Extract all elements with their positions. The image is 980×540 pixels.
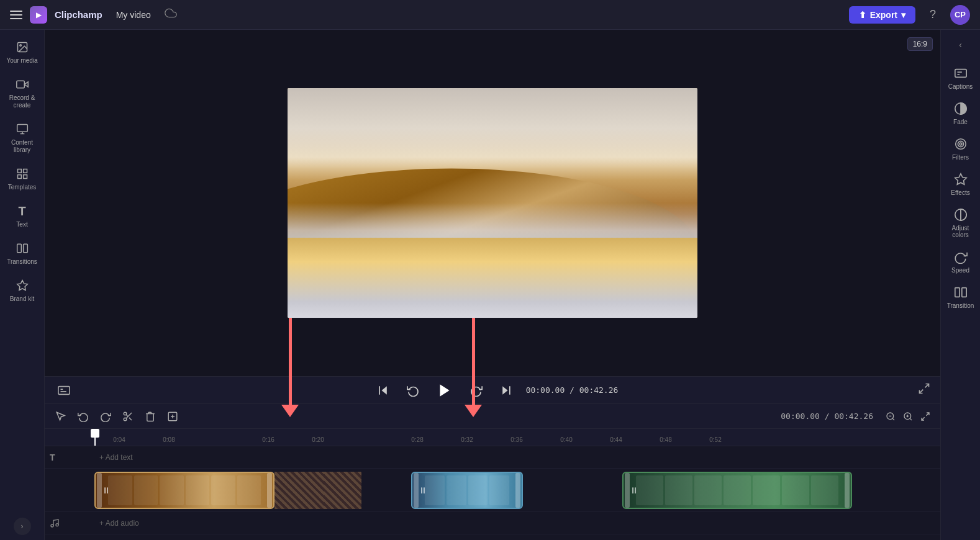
record-icon bbox=[15, 77, 30, 92]
help-button[interactable]: ? bbox=[923, 5, 943, 25]
fade-label: Fade bbox=[953, 119, 968, 125]
right-sidebar-collapse-button[interactable]: ‹ bbox=[954, 35, 967, 55]
ruler-mark-028: 0:28 bbox=[411, 436, 423, 443]
filters-label: Filters bbox=[952, 154, 969, 161]
svg-point-1 bbox=[19, 45, 20, 47]
topbar-left: Clipchamp My video bbox=[10, 6, 177, 24]
redo-button[interactable] bbox=[97, 408, 114, 425]
timeline-zoom-controls bbox=[883, 409, 933, 424]
clip2-thumbnails bbox=[425, 475, 509, 505]
video-track-row: ⏸ bbox=[45, 469, 940, 512]
main-layout: Your media Record & create Content libra… bbox=[0, 30, 980, 540]
right-sidebar-item-effects[interactable]: Effects bbox=[943, 167, 979, 201]
sidebar-item-your-media[interactable]: Your media bbox=[2, 35, 42, 70]
transitions-icon bbox=[15, 241, 30, 256]
transitions-label: Transitions bbox=[7, 258, 37, 266]
text-track-row: T + Add text bbox=[45, 446, 940, 469]
right-sidebar-item-adjust-colors[interactable]: Adjust colors bbox=[943, 202, 979, 243]
video-clip-3[interactable]: ⏸ bbox=[622, 472, 852, 509]
svg-point-48 bbox=[960, 143, 962, 145]
clip3-right-handle[interactable] bbox=[845, 473, 850, 508]
undo-button[interactable] bbox=[75, 408, 92, 425]
caption-button[interactable] bbox=[55, 381, 73, 400]
timeline-toolbar: 00:00.00 / 00:42.26 bbox=[45, 404, 940, 429]
svg-line-35 bbox=[910, 418, 912, 420]
ruler-mark-048: 0:48 bbox=[660, 436, 671, 443]
clip1-right-handle[interactable] bbox=[267, 473, 272, 508]
right-sidebar-item-filters[interactable]: Filters bbox=[943, 132, 979, 166]
svg-rect-13 bbox=[58, 386, 70, 394]
text-track-label: T bbox=[45, 452, 94, 462]
video-clip-2[interactable]: ⏸ bbox=[411, 472, 523, 509]
sidebar-item-record[interactable]: Record & create bbox=[2, 72, 42, 114]
tl-current-time: 00:00.00 bbox=[781, 412, 820, 421]
fullscreen-button[interactable] bbox=[918, 382, 930, 398]
right-sidebar-item-captions[interactable]: Captions bbox=[943, 61, 979, 95]
skip-back-button[interactable] bbox=[373, 380, 393, 400]
svg-rect-10 bbox=[17, 244, 21, 252]
skip-forward-button[interactable] bbox=[496, 380, 516, 400]
playback-right-controls bbox=[918, 382, 930, 398]
your-media-label: Your media bbox=[6, 57, 37, 65]
right-sidebar-item-fade[interactable]: Fade bbox=[943, 96, 979, 130]
add-audio-label[interactable]: + Add audio bbox=[94, 519, 139, 528]
video-title[interactable]: My video bbox=[110, 7, 157, 22]
playback-left-controls bbox=[55, 381, 73, 400]
svg-rect-52 bbox=[955, 288, 959, 297]
export-button[interactable]: ⬆ Export ▾ bbox=[849, 6, 915, 24]
fit-to-timeline-button[interactable] bbox=[918, 409, 933, 424]
clip1-left-handle[interactable] bbox=[97, 473, 102, 508]
delete-button[interactable] bbox=[142, 408, 159, 425]
audio-track-content[interactable]: + Add audio bbox=[94, 512, 940, 534]
clip3-left-handle[interactable] bbox=[625, 473, 630, 508]
sidebar-item-brand-kit[interactable]: Brand kit bbox=[2, 273, 42, 308]
hamburger-menu-icon[interactable] bbox=[10, 9, 22, 21]
svg-point-40 bbox=[51, 524, 53, 527]
your-media-icon bbox=[15, 40, 30, 55]
add-media-button[interactable] bbox=[164, 408, 181, 425]
cloud-save-icon[interactable] bbox=[165, 7, 177, 22]
video-clip-1[interactable]: ⏸ bbox=[94, 472, 274, 509]
ruler-mark-036: 0:36 bbox=[510, 436, 522, 443]
zoom-in-button[interactable] bbox=[901, 409, 915, 424]
svg-marker-49 bbox=[955, 174, 966, 184]
clip2-right-handle[interactable] bbox=[515, 473, 520, 508]
play-button[interactable] bbox=[433, 379, 456, 402]
clip1-thumbnails bbox=[108, 475, 261, 505]
rewind-button[interactable] bbox=[403, 380, 423, 400]
clip1-trim-region bbox=[274, 472, 324, 509]
zoom-out-button[interactable] bbox=[883, 409, 898, 424]
effects-icon bbox=[953, 172, 968, 187]
add-text-label[interactable]: + Add text bbox=[94, 453, 133, 462]
speed-label: Speed bbox=[951, 267, 969, 274]
sidebar-item-text[interactable]: T Text bbox=[2, 199, 42, 233]
cut-tool-button[interactable] bbox=[119, 408, 137, 425]
right-sidebar-item-transition[interactable]: Transition bbox=[943, 280, 979, 314]
right-sidebar-item-speed[interactable]: Speed bbox=[943, 245, 979, 279]
content-library-icon bbox=[15, 122, 30, 137]
transition-label: Transition bbox=[947, 302, 974, 309]
audio-track-label bbox=[45, 518, 94, 528]
fast-forward-button[interactable] bbox=[466, 380, 486, 400]
playhead[interactable] bbox=[94, 429, 96, 446]
user-avatar[interactable]: CP bbox=[950, 5, 970, 25]
video-track-content: ⏸ bbox=[94, 469, 940, 511]
adjust-colors-icon bbox=[953, 207, 968, 222]
current-time: 00:00.00 bbox=[526, 385, 565, 395]
sidebar-item-templates[interactable]: Templates bbox=[2, 161, 42, 196]
select-tool-button[interactable] bbox=[52, 408, 70, 425]
playhead-handle[interactable] bbox=[91, 429, 99, 438]
timeline-ruler: 0:04 0:08 0:16 0:20 0:28 0:32 0:36 0:40 … bbox=[45, 429, 940, 446]
sidebar-item-content-library[interactable]: Content library bbox=[2, 117, 42, 159]
text-track-content[interactable]: + Add text bbox=[94, 446, 940, 468]
sidebar-collapse-button[interactable]: › bbox=[14, 518, 31, 535]
sidebar-item-transitions[interactable]: Transitions bbox=[2, 236, 42, 271]
clip2-left-handle[interactable] bbox=[414, 473, 419, 508]
text-label: Text bbox=[16, 221, 27, 228]
video-preview[interactable] bbox=[288, 88, 697, 318]
speed-icon bbox=[953, 250, 968, 264]
aspect-ratio-badge[interactable]: 16:9 bbox=[907, 37, 933, 51]
captions-label: Captions bbox=[948, 83, 973, 90]
filters-icon bbox=[953, 137, 968, 151]
svg-line-32 bbox=[892, 418, 894, 420]
